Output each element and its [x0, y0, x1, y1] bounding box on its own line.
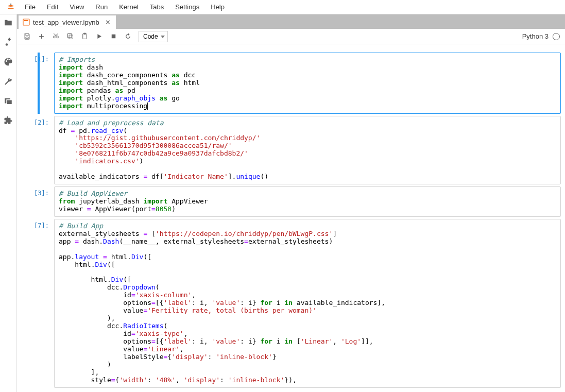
menu-run[interactable]: Run [90, 1, 113, 13]
svg-rect-2 [23, 19, 29, 25]
code-cell[interactable]: [3]:# Build AppViewer from jupyterlab_da… [18, 186, 561, 217]
menu-settings[interactable]: Settings [170, 1, 204, 13]
menu-edit[interactable]: Edit [42, 1, 63, 13]
notebook-area: [1]:# Imports import dash import dash_co… [17, 44, 565, 392]
svg-rect-4 [69, 35, 73, 39]
menu-tabs[interactable]: Tabs [145, 1, 169, 13]
cell-prompt: [2]: [18, 116, 54, 185]
jupyter-logo[interactable] [5, 2, 16, 13]
notebook-toolbar: Code Python 3 [17, 29, 565, 44]
restart-icon[interactable] [121, 30, 134, 43]
save-icon[interactable] [20, 30, 33, 43]
cell-input[interactable]: # Imports import dash import dash_core_c… [54, 53, 561, 114]
cell-prompt: [3]: [18, 186, 54, 217]
svg-point-0 [10, 3, 12, 5]
kernel-name[interactable]: Python 3 [522, 32, 549, 40]
menu-help[interactable]: Help [206, 1, 230, 13]
svg-rect-8 [111, 35, 115, 39]
cell-input[interactable]: # Load and preprocess data df = pd.read_… [54, 116, 561, 185]
code-cell[interactable]: [7]:# Build App external_stylesheets = [… [18, 219, 561, 388]
notebook-icon [23, 19, 30, 26]
run-icon[interactable] [92, 30, 106, 43]
cut-icon[interactable] [49, 30, 62, 43]
tab-notebook[interactable]: test_app_viewer.ipynb ✕ [18, 15, 116, 29]
menu-file[interactable]: File [20, 1, 41, 13]
tab-label: test_app_viewer.ipynb [33, 19, 99, 26]
kernel-status-icon[interactable] [553, 33, 560, 40]
running-icon[interactable] [3, 37, 13, 47]
svg-rect-3 [24, 20, 28, 21]
activity-bar [0, 14, 17, 392]
menu-view[interactable]: View [64, 1, 89, 13]
stop-icon[interactable] [107, 30, 120, 43]
folder-icon[interactable] [3, 18, 13, 28]
menu-kernel[interactable]: Kernel [114, 1, 144, 13]
extension-icon[interactable] [3, 115, 13, 126]
cell-type-select[interactable]: Code [139, 31, 168, 42]
menu-bar: FileEditViewRunKernelTabsSettingsHelp [0, 0, 565, 14]
code-cell[interactable]: [2]:# Load and preprocess data df = pd.r… [18, 116, 561, 185]
close-icon[interactable]: ✕ [105, 19, 112, 26]
paste-icon[interactable] [78, 30, 91, 43]
tabs-icon[interactable] [3, 96, 13, 106]
copy-icon[interactable] [63, 30, 77, 43]
cell-input[interactable]: # Build AppViewer from jupyterlab_dash i… [54, 186, 561, 217]
svg-rect-5 [67, 34, 72, 38]
svg-point-1 [6, 43, 8, 46]
add-cell-icon[interactable] [35, 30, 48, 43]
wrench-icon[interactable] [3, 76, 13, 87]
tab-bar: test_app_viewer.ipynb ✕ [17, 14, 565, 29]
palette-icon[interactable] [3, 57, 13, 67]
cell-prompt: [1]: [18, 53, 54, 114]
cell-input[interactable]: # Build App external_stylesheets = ['htt… [54, 219, 561, 388]
code-cell[interactable]: [1]:# Imports import dash import dash_co… [18, 53, 561, 114]
cell-prompt: [7]: [18, 219, 54, 388]
